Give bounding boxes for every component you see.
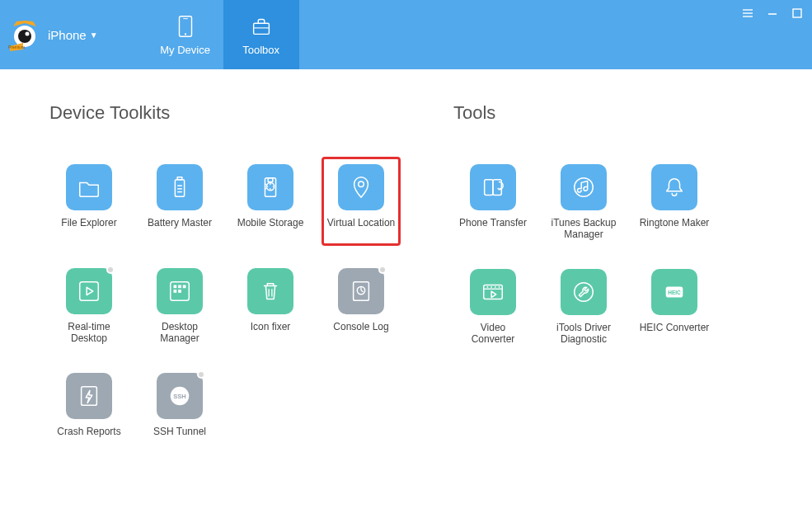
tools-title: Tools: [453, 102, 763, 124]
tile-itunes-backup[interactable]: iTunes Backup Manager: [544, 157, 623, 247]
folder-icon: [66, 164, 112, 210]
tile-label: Console Log: [333, 321, 388, 344]
tile-label: iTools Driver Diagnostic: [548, 322, 619, 346]
svg-line-35: [361, 290, 364, 292]
tools-section: Tools Phone TransferiTunes Backup Manage…: [453, 102, 763, 455]
tile-label: Battery Master: [148, 217, 212, 240]
tile-label: Crash Reports: [57, 426, 120, 449]
app-logo-icon: Premium: [8, 18, 41, 51]
tile-label: iTunes Backup Manager: [548, 217, 619, 241]
heic-icon: HEIC: [651, 269, 697, 315]
svg-point-44: [487, 286, 489, 288]
svg-point-5: [185, 33, 186, 35]
svg-rect-13: [793, 9, 801, 17]
dropdown-caret-icon: ▼: [90, 31, 98, 40]
location-icon: [338, 164, 384, 210]
tile-ringtone-maker[interactable]: Ringtone Maker: [635, 157, 714, 247]
tile-label: File Explorer: [61, 217, 116, 240]
main-nav: My Device Toolbox: [148, 0, 299, 69]
nav-my-device[interactable]: My Device: [148, 0, 223, 69]
bell-icon: [651, 164, 697, 210]
content-area: Device Toolkits File ExplorerBattery Mas…: [0, 69, 812, 471]
log-icon: [338, 268, 384, 314]
tile-mobile-storage[interactable]: Mobile Storage: [231, 157, 310, 246]
tile-ssh-tunnel[interactable]: SSHSSH Tunnel: [140, 365, 219, 455]
svg-rect-29: [178, 290, 181, 293]
ssh-icon: SSH: [157, 373, 203, 419]
svg-text:HEIC: HEIC: [668, 290, 681, 295]
battery-icon: [157, 164, 203, 210]
tile-virtual-location[interactable]: Virtual Location: [322, 157, 401, 246]
svg-rect-32: [354, 282, 369, 301]
svg-rect-23: [80, 282, 99, 301]
svg-rect-7: [253, 23, 269, 34]
tile-heic-converter[interactable]: HEICHEIC Converter: [635, 262, 714, 351]
svg-text:Premium: Premium: [8, 45, 25, 49]
tile-label: Ringtone Maker: [640, 217, 710, 240]
tile-label: Video Converter: [458, 322, 528, 346]
tile-label: Desktop Manager: [144, 321, 215, 345]
wrench-icon: [561, 269, 607, 315]
device-selector[interactable]: iPhone ▼: [48, 28, 98, 42]
tile-label: SSH Tunnel: [153, 426, 206, 449]
tile-crash-reports[interactable]: Crash Reports: [49, 365, 129, 455]
svg-rect-28: [174, 290, 177, 293]
window-controls: [741, 7, 804, 20]
minimize-icon: [767, 7, 778, 19]
nav-my-device-label: My Device: [160, 44, 210, 56]
tile-file-explorer[interactable]: File Explorer: [49, 157, 129, 246]
crash-icon: [66, 373, 112, 419]
tools-grid: Phone TransferiTunes Backup ManagerRingt…: [453, 157, 763, 351]
status-dot: [106, 266, 115, 274]
transfer-icon: [470, 164, 516, 210]
nav-toolbox[interactable]: Toolbox: [223, 0, 299, 69]
tile-video-converter[interactable]: Video Converter: [453, 262, 533, 351]
play-icon: [66, 268, 112, 314]
usb-icon: [247, 164, 293, 210]
svg-rect-39: [485, 180, 493, 196]
toolbox-icon: [248, 14, 275, 39]
tile-desktop-manager[interactable]: Desktop Manager: [140, 261, 219, 351]
minimize-button[interactable]: [766, 7, 779, 20]
tile-icon-fixer[interactable]: Icon fixer: [231, 261, 310, 351]
tablet-icon: [172, 14, 199, 39]
status-dot: [378, 266, 387, 274]
svg-point-22: [359, 181, 364, 187]
trash-icon: [247, 268, 293, 314]
maximize-icon: [791, 7, 803, 19]
menu-button[interactable]: [741, 7, 754, 20]
tile-label: Real-time Desktop: [54, 321, 124, 345]
svg-rect-26: [178, 285, 181, 289]
tile-driver-diag[interactable]: iTools Driver Diagnostic: [544, 262, 623, 351]
logo-area: Premium iPhone ▼: [0, 0, 98, 69]
tile-label: Icon fixer: [251, 321, 291, 344]
nav-toolbox-label: Toolbox: [242, 44, 279, 56]
svg-point-47: [499, 286, 500, 288]
svg-rect-27: [183, 285, 186, 289]
device-toolkits-section: Device Toolkits File ExplorerBattery Mas…: [49, 102, 453, 455]
tile-label: HEIC Converter: [640, 322, 710, 345]
tile-label: Phone Transfer: [459, 217, 527, 240]
itunes-icon: [561, 164, 607, 210]
svg-rect-36: [82, 387, 97, 406]
device-toolkits-grid: File ExplorerBattery MasterMobile Storag…: [49, 157, 453, 455]
status-dot: [197, 370, 205, 379]
svg-text:SSH: SSH: [173, 393, 185, 400]
apps-icon: [157, 268, 203, 314]
device-toolkits-title: Device Toolkits: [49, 102, 453, 124]
video-icon: [470, 269, 516, 315]
hamburger-icon: [742, 7, 753, 19]
titlebar: Premium iPhone ▼ My Device Toolbox: [0, 0, 812, 69]
svg-rect-15: [177, 177, 182, 180]
tile-console-log[interactable]: Console Log: [322, 261, 401, 351]
tile-battery-master[interactable]: Battery Master: [140, 157, 219, 246]
maximize-button[interactable]: [791, 7, 804, 20]
tile-phone-transfer[interactable]: Phone Transfer: [453, 157, 533, 247]
device-label: iPhone: [48, 28, 87, 42]
tile-realtime-desktop[interactable]: Real-time Desktop: [49, 261, 129, 351]
svg-rect-25: [174, 285, 177, 289]
svg-rect-20: [268, 178, 273, 182]
svg-point-1: [18, 30, 31, 43]
svg-rect-14: [175, 180, 184, 197]
svg-point-45: [490, 286, 492, 288]
